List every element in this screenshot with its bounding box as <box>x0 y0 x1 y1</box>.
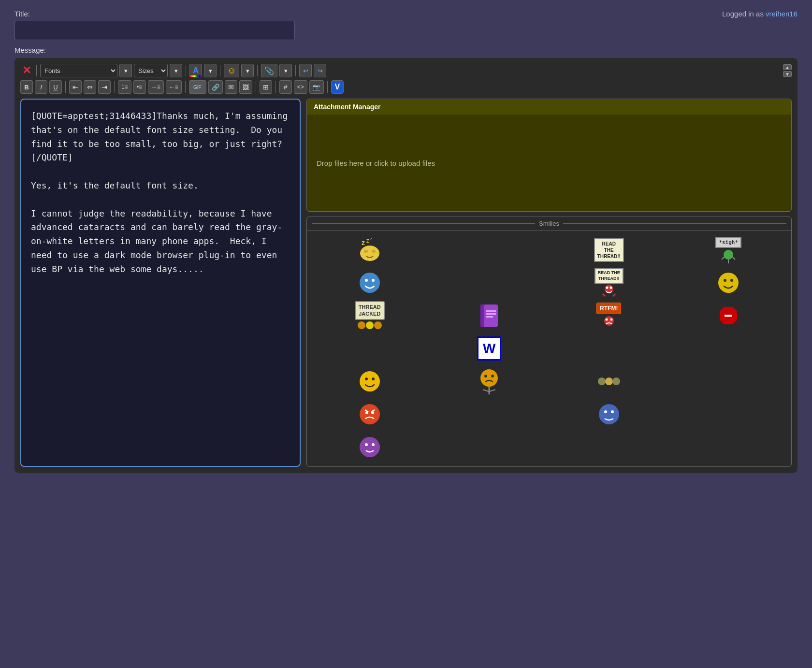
underline-button[interactable]: U <box>49 80 62 94</box>
right-panel: Attachment Manager Drop files here or cl… <box>306 99 792 467</box>
list-ol-button[interactable]: 1≡ <box>118 80 131 94</box>
align-left-button[interactable]: ⇤ <box>69 80 82 94</box>
smiley-thread-jacked[interactable]: THREADJACKED <box>355 301 384 330</box>
svg-point-31 <box>604 316 614 326</box>
size-dropdown-btn[interactable]: ▾ <box>170 64 182 77</box>
svg-text:GIF: GIF <box>193 85 202 90</box>
separator11 <box>327 81 328 93</box>
bold-button[interactable]: B <box>20 80 33 94</box>
smiley-yellow-happy[interactable] <box>714 268 743 297</box>
svg-rect-29 <box>486 313 496 315</box>
smiley-read-thread2[interactable]: READ THETHREAD!! <box>594 268 624 297</box>
svg-point-39 <box>480 369 498 387</box>
undo-button[interactable]: ↩ <box>299 64 312 77</box>
table-button[interactable]: ⊞ <box>260 80 272 94</box>
toolbar-row2: B I U ⇤ ⇔ ⇥ 1≡ •≡ →≡ ←≡ GIF 🔗 ✉ 🖼 ⊞ # <>… <box>20 80 792 94</box>
font-dropdown-btn[interactable]: ▾ <box>119 64 132 77</box>
smiley-button[interactable]: ☺ <box>224 64 239 77</box>
separator2 <box>186 65 186 76</box>
paperclip-button[interactable]: 📎 <box>261 64 277 77</box>
separator3 <box>220 65 220 76</box>
smiley-sigh[interactable]: *sigh* <box>714 235 743 264</box>
font-select[interactable]: Fonts <box>40 64 117 77</box>
drop-text: Drop files here or click to upload files <box>317 159 435 167</box>
svg-point-47 <box>612 378 620 385</box>
svg-point-36 <box>360 371 380 392</box>
smiley-sleeping[interactable]: z z z <box>355 235 384 264</box>
svg-point-13 <box>365 279 368 282</box>
sigh-sign: *sigh* <box>715 237 741 248</box>
svg-rect-28 <box>486 310 496 312</box>
svg-point-52 <box>371 411 374 414</box>
svg-line-19 <box>613 294 615 296</box>
hashtag-button[interactable]: # <box>279 80 292 94</box>
color-dropdown-btn[interactable]: ▾ <box>204 64 217 77</box>
attachment-drop-zone[interactable]: Drop files here or click to upload files <box>307 115 791 211</box>
svg-point-48 <box>360 404 380 424</box>
smiley-dropdown-btn[interactable]: ▾ <box>241 64 254 77</box>
w-sign: W <box>477 336 501 361</box>
code-button[interactable]: <> <box>294 80 307 94</box>
v-button[interactable]: V <box>331 80 344 94</box>
smiley-happy-blue[interactable] <box>355 268 384 297</box>
smiley-purple-face[interactable] <box>355 433 384 462</box>
italic-button[interactable]: I <box>35 80 47 94</box>
editor-main: [QUOTE=apptest;31446433]Thanks much, I'm… <box>20 99 792 467</box>
smiley-rtfm[interactable]: RTFM! <box>594 301 624 330</box>
svg-point-15 <box>605 285 613 293</box>
svg-text:z: z <box>362 239 365 247</box>
svg-line-10 <box>722 257 725 260</box>
image-button[interactable]: 🖼 <box>239 80 252 94</box>
link-button[interactable]: 🔗 <box>208 80 223 94</box>
svg-point-56 <box>360 437 380 457</box>
smiley-w-sign[interactable]: W <box>475 334 504 363</box>
rtfm-sign: RTFM! <box>596 303 621 314</box>
smiley-stop[interactable] <box>714 301 743 330</box>
scroll-up-btn[interactable]: ▲ <box>783 64 792 70</box>
scroll-down-btn[interactable]: ▼ <box>783 71 792 77</box>
smiley-angry[interactable] <box>355 400 384 429</box>
svg-point-57 <box>365 443 368 446</box>
redo-button[interactable]: ↪ <box>314 64 326 77</box>
message-area[interactable]: [QUOTE=apptest;31446433]Thanks much, I'm… <box>20 99 301 467</box>
svg-point-40 <box>484 375 487 378</box>
email-button[interactable]: ✉ <box>225 80 237 94</box>
svg-point-16 <box>606 287 608 289</box>
username-link[interactable]: vreihen16 <box>766 10 798 18</box>
title-input[interactable] <box>14 21 295 40</box>
paperclip-dropdown-btn[interactable]: ▾ <box>279 64 292 77</box>
smilies-header-line-right <box>563 223 786 224</box>
smiley-happy-yellow[interactable] <box>355 367 384 396</box>
svg-point-25 <box>374 321 382 329</box>
list-indent-button[interactable]: →≡ <box>148 80 164 94</box>
smiley-read-thread[interactable]: READ THETHREAD!! <box>594 235 624 264</box>
close-button[interactable]: ✕ <box>20 64 33 77</box>
svg-point-32 <box>605 319 608 321</box>
svg-line-44 <box>489 390 495 392</box>
smiley-blue-face[interactable] <box>594 400 624 429</box>
gif-button[interactable]: GIF <box>189 80 206 94</box>
svg-point-51 <box>365 411 368 414</box>
smiley-book[interactable] <box>475 301 504 330</box>
svg-point-24 <box>366 321 374 329</box>
size-select[interactable]: Sizes <box>134 64 168 77</box>
smiley-small-cluster[interactable] <box>594 367 624 396</box>
align-right-button[interactable]: ⇥ <box>98 80 111 94</box>
align-center-button[interactable]: ⇔ <box>84 80 96 94</box>
message-text: [QUOTE=apptest;31446433]Thanks much, I'm… <box>31 109 290 276</box>
svg-rect-30 <box>486 316 493 318</box>
svg-line-43 <box>483 390 489 392</box>
smiley-sad-guy[interactable] <box>475 367 504 396</box>
list-outdent-button[interactable]: ←≡ <box>166 80 182 94</box>
list-ul-button[interactable]: •≡ <box>133 80 146 94</box>
svg-point-54 <box>604 410 607 413</box>
svg-point-58 <box>372 443 375 446</box>
svg-point-41 <box>491 375 494 378</box>
color-button[interactable]: A <box>189 64 202 77</box>
smilies-grid: z z z READ THETHREAD!! *sigh* <box>307 231 791 466</box>
svg-line-18 <box>603 294 605 296</box>
read-thread-sign: READ THETHREAD!! <box>594 238 624 262</box>
smiley-empty-8 <box>714 400 743 429</box>
toolbar-row1: ✕ Fonts ▾ Sizes ▾ A ▾ ☺ ▾ 📎 ▾ ↩ ↪ ▲ ▼ <box>20 64 792 77</box>
media-button[interactable]: 📷 <box>309 80 324 94</box>
